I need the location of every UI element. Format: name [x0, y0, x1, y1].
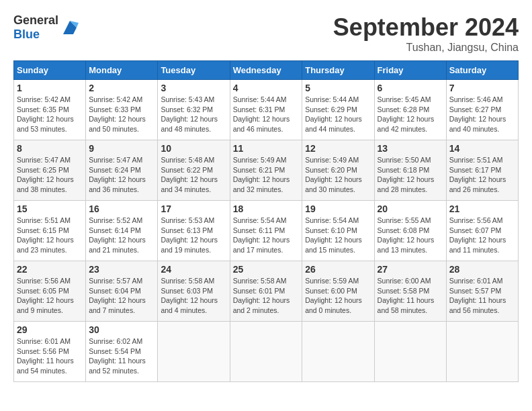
- calendar-cell: 23 Sunrise: 5:57 AM Sunset: 6:04 PM Dayl…: [86, 261, 158, 322]
- calendar-header-wednesday: Wednesday: [230, 61, 302, 80]
- calendar-header-row: SundayMondayTuesdayWednesdayThursdayFrid…: [14, 61, 519, 80]
- calendar-cell: 5 Sunrise: 5:44 AM Sunset: 6:29 PM Dayli…: [302, 80, 374, 140]
- day-number: 22: [17, 264, 83, 275]
- day-info: Sunrise: 6:00 AM Sunset: 5:58 PM Dayligh…: [378, 276, 443, 316]
- calendar-cell: 3 Sunrise: 5:43 AM Sunset: 6:32 PM Dayli…: [158, 80, 230, 140]
- page-container: General Blue September 2024 Tushan, Jian…: [13, 13, 519, 382]
- calendar-cell: [230, 322, 302, 382]
- day-info: Sunrise: 5:43 AM Sunset: 6:32 PM Dayligh…: [161, 95, 226, 134]
- logo: General Blue: [13, 13, 80, 42]
- calendar-cell: 26 Sunrise: 5:59 AM Sunset: 6:00 PM Dayl…: [302, 261, 374, 322]
- calendar-cell: 12 Sunrise: 5:49 AM Sunset: 6:20 PM Dayl…: [302, 140, 374, 201]
- location-title: Tushan, Jiangsu, China: [333, 42, 519, 54]
- day-info: Sunrise: 5:42 AM Sunset: 6:35 PM Dayligh…: [17, 95, 83, 134]
- day-info: Sunrise: 5:51 AM Sunset: 6:17 PM Dayligh…: [449, 155, 515, 195]
- calendar-cell: [302, 322, 374, 382]
- day-number: 25: [233, 264, 300, 275]
- calendar-cell: 8 Sunrise: 5:47 AM Sunset: 6:25 PM Dayli…: [14, 140, 86, 201]
- calendar-cell: 10 Sunrise: 5:48 AM Sunset: 6:22 PM Dayl…: [158, 140, 230, 201]
- logo-text: General Blue: [13, 13, 58, 42]
- day-info: Sunrise: 5:57 AM Sunset: 6:04 PM Dayligh…: [89, 276, 154, 316]
- day-info: Sunrise: 5:44 AM Sunset: 6:29 PM Dayligh…: [305, 95, 371, 134]
- day-info: Sunrise: 5:56 AM Sunset: 6:07 PM Dayligh…: [449, 216, 515, 255]
- calendar-cell: 27 Sunrise: 6:00 AM Sunset: 5:58 PM Dayl…: [374, 261, 446, 322]
- calendar-cell: 22 Sunrise: 5:56 AM Sunset: 6:05 PM Dayl…: [14, 261, 86, 322]
- day-number: 8: [17, 143, 83, 154]
- calendar-cell: [158, 322, 230, 382]
- calendar-header-tuesday: Tuesday: [158, 61, 230, 80]
- month-title: September 2024: [333, 13, 519, 42]
- calendar-cell: [374, 322, 446, 382]
- day-number: 19: [305, 203, 371, 214]
- day-number: 28: [449, 264, 515, 275]
- day-number: 4: [233, 83, 300, 93]
- day-info: Sunrise: 5:44 AM Sunset: 6:31 PM Dayligh…: [233, 95, 300, 134]
- calendar-header-friday: Friday: [374, 61, 446, 80]
- calendar-cell: 24 Sunrise: 5:58 AM Sunset: 6:03 PM Dayl…: [158, 261, 230, 322]
- day-number: 24: [161, 264, 226, 275]
- day-number: 5: [305, 83, 371, 93]
- calendar-week-5: 29 Sunrise: 6:01 AM Sunset: 5:56 PM Dayl…: [14, 322, 519, 382]
- logo-blue: Blue: [13, 28, 40, 41]
- day-number: 17: [161, 203, 226, 214]
- day-info: Sunrise: 5:58 AM Sunset: 6:03 PM Dayligh…: [161, 276, 226, 316]
- day-info: Sunrise: 5:47 AM Sunset: 6:25 PM Dayligh…: [17, 155, 83, 195]
- calendar-cell: [446, 322, 518, 382]
- calendar-cell: 25 Sunrise: 5:58 AM Sunset: 6:01 PM Dayl…: [230, 261, 302, 322]
- day-number: 2: [89, 83, 154, 93]
- day-number: 9: [89, 143, 154, 154]
- day-info: Sunrise: 6:01 AM Sunset: 5:56 PM Dayligh…: [17, 336, 83, 376]
- day-number: 30: [89, 324, 154, 335]
- day-info: Sunrise: 5:49 AM Sunset: 6:21 PM Dayligh…: [233, 155, 300, 195]
- day-info: Sunrise: 5:50 AM Sunset: 6:18 PM Dayligh…: [378, 155, 443, 195]
- calendar-cell: 9 Sunrise: 5:47 AM Sunset: 6:24 PM Dayli…: [86, 140, 158, 201]
- calendar-cell: 11 Sunrise: 5:49 AM Sunset: 6:21 PM Dayl…: [230, 140, 302, 201]
- day-number: 16: [89, 203, 154, 214]
- calendar-header-thursday: Thursday: [302, 61, 374, 80]
- day-number: 3: [161, 83, 226, 93]
- day-number: 11: [233, 143, 300, 154]
- day-number: 1: [17, 83, 83, 93]
- calendar-cell: 13 Sunrise: 5:50 AM Sunset: 6:18 PM Dayl…: [374, 140, 446, 201]
- calendar-header-saturday: Saturday: [446, 61, 518, 80]
- day-info: Sunrise: 5:46 AM Sunset: 6:27 PM Dayligh…: [449, 95, 515, 134]
- day-number: 29: [17, 324, 83, 335]
- day-info: Sunrise: 5:55 AM Sunset: 6:08 PM Dayligh…: [378, 216, 443, 255]
- day-number: 12: [305, 143, 371, 154]
- calendar-header-monday: Monday: [86, 61, 158, 80]
- calendar-week-2: 8 Sunrise: 5:47 AM Sunset: 6:25 PM Dayli…: [14, 140, 519, 201]
- calendar-cell: 21 Sunrise: 5:56 AM Sunset: 6:07 PM Dayl…: [446, 201, 518, 261]
- day-number: 26: [305, 264, 371, 275]
- day-info: Sunrise: 5:49 AM Sunset: 6:20 PM Dayligh…: [305, 155, 371, 195]
- day-info: Sunrise: 5:54 AM Sunset: 6:11 PM Dayligh…: [233, 216, 300, 255]
- calendar-cell: 29 Sunrise: 6:01 AM Sunset: 5:56 PM Dayl…: [14, 322, 86, 382]
- header: General Blue September 2024 Tushan, Jian…: [13, 13, 519, 54]
- calendar-cell: 2 Sunrise: 5:42 AM Sunset: 6:33 PM Dayli…: [86, 80, 158, 140]
- day-info: Sunrise: 6:01 AM Sunset: 5:57 PM Dayligh…: [449, 276, 515, 316]
- day-info: Sunrise: 5:45 AM Sunset: 6:28 PM Dayligh…: [378, 95, 443, 134]
- day-number: 14: [449, 143, 515, 154]
- day-number: 21: [449, 203, 515, 214]
- calendar-week-1: 1 Sunrise: 5:42 AM Sunset: 6:35 PM Dayli…: [14, 80, 519, 140]
- day-number: 18: [233, 203, 300, 214]
- day-number: 6: [378, 83, 443, 93]
- day-info: Sunrise: 6:02 AM Sunset: 5:54 PM Dayligh…: [89, 336, 154, 376]
- calendar-cell: 4 Sunrise: 5:44 AM Sunset: 6:31 PM Dayli…: [230, 80, 302, 140]
- calendar-cell: 14 Sunrise: 5:51 AM Sunset: 6:17 PM Dayl…: [446, 140, 518, 201]
- day-info: Sunrise: 5:54 AM Sunset: 6:10 PM Dayligh…: [305, 216, 371, 255]
- logo-icon: [60, 17, 80, 38]
- calendar-cell: 1 Sunrise: 5:42 AM Sunset: 6:35 PM Dayli…: [14, 80, 86, 140]
- calendar-cell: 7 Sunrise: 5:46 AM Sunset: 6:27 PM Dayli…: [446, 80, 518, 140]
- calendar-cell: 17 Sunrise: 5:53 AM Sunset: 6:13 PM Dayl…: [158, 201, 230, 261]
- calendar-header-sunday: Sunday: [14, 61, 86, 80]
- calendar-cell: 28 Sunrise: 6:01 AM Sunset: 5:57 PM Dayl…: [446, 261, 518, 322]
- day-number: 20: [378, 203, 443, 214]
- title-section: September 2024 Tushan, Jiangsu, China: [333, 13, 519, 54]
- day-info: Sunrise: 5:52 AM Sunset: 6:14 PM Dayligh…: [89, 216, 154, 255]
- day-number: 15: [17, 203, 83, 214]
- calendar-cell: 20 Sunrise: 5:55 AM Sunset: 6:08 PM Dayl…: [374, 201, 446, 261]
- calendar-cell: 15 Sunrise: 5:51 AM Sunset: 6:15 PM Dayl…: [14, 201, 86, 261]
- day-number: 13: [378, 143, 443, 154]
- day-number: 27: [378, 264, 443, 275]
- day-info: Sunrise: 5:47 AM Sunset: 6:24 PM Dayligh…: [89, 155, 154, 195]
